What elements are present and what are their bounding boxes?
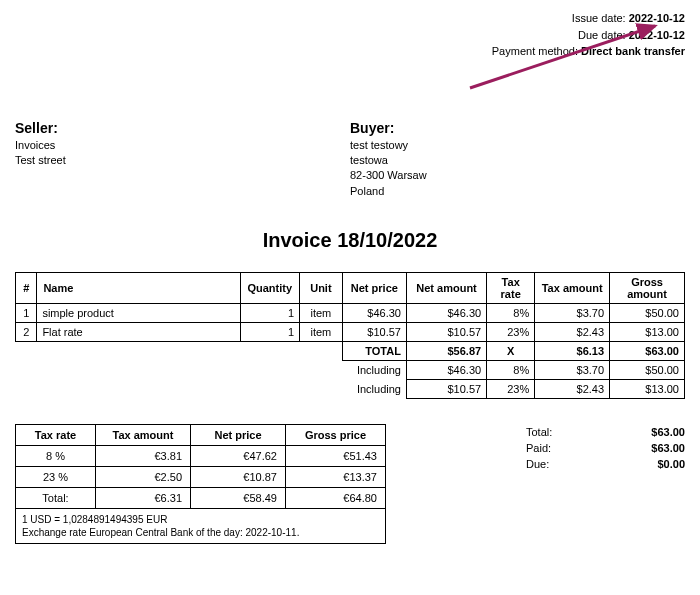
buyer-line: Poland bbox=[350, 184, 685, 199]
col-qty: Quantity bbox=[240, 273, 299, 304]
seller-line: Invoices bbox=[15, 138, 350, 153]
seller-title: Seller: bbox=[15, 120, 350, 136]
document-meta: Issue date: 2022-10-12 Due date: 2022-10… bbox=[15, 10, 685, 60]
col-gross-amount: Gross amount bbox=[610, 273, 685, 304]
buyer-title: Buyer: bbox=[350, 120, 685, 136]
tax-row-total: Total: €6.31 €58.49 €64.80 bbox=[16, 488, 386, 509]
tax-col-rate: Tax rate bbox=[16, 425, 96, 446]
summary-total-label: Total: bbox=[526, 426, 552, 438]
col-num: # bbox=[16, 273, 37, 304]
bottom-section: Tax rate Tax amount Net price Gross pric… bbox=[15, 424, 685, 544]
issue-date-label: Issue date: bbox=[572, 12, 626, 24]
col-tax-amount: Tax amount bbox=[535, 273, 610, 304]
tax-summary-block: Tax rate Tax amount Net price Gross pric… bbox=[15, 424, 386, 544]
summary-due-value: $0.00 bbox=[657, 458, 685, 470]
summary-due-label: Due: bbox=[526, 458, 549, 470]
tax-row: 8 % €3.81 €47.62 €51.43 bbox=[16, 446, 386, 467]
tax-col-gross: Gross price bbox=[286, 425, 386, 446]
buyer-line: test testowy bbox=[350, 138, 685, 153]
buyer-line: 82-300 Warsaw bbox=[350, 168, 685, 183]
due-date-label: Due date: bbox=[578, 29, 626, 41]
payment-summary: Total: $63.00 Paid: $63.00 Due: $0.00 bbox=[426, 424, 685, 544]
tax-row: 23 % €2.50 €10.87 €13.37 bbox=[16, 467, 386, 488]
due-date-value: 2022-10-12 bbox=[629, 29, 685, 41]
total-row: TOTAL $56.87 X $6.13 $63.00 bbox=[16, 342, 685, 361]
parties-section: Seller: Invoices Test street Buyer: test… bbox=[15, 120, 685, 200]
table-row: 1 simple product 1 item $46.30 $46.30 8%… bbox=[16, 304, 685, 323]
payment-method-label: Payment method: bbox=[492, 45, 578, 57]
seller-line: Test street bbox=[15, 153, 350, 168]
buyer-line: testowa bbox=[350, 153, 685, 168]
line-items-table: # Name Quantity Unit Net price Net amoun… bbox=[15, 272, 685, 399]
buyer-block: Buyer: test testowy testowa 82-300 Warsa… bbox=[350, 120, 685, 200]
payment-method-value: Direct bank transfer bbox=[581, 45, 685, 57]
including-row: Including $46.30 8% $3.70 $50.00 bbox=[16, 361, 685, 380]
col-name: Name bbox=[37, 273, 240, 304]
issue-date-value: 2022-10-12 bbox=[629, 12, 685, 24]
invoice-title: Invoice 18/10/2022 bbox=[15, 229, 685, 252]
col-net-price: Net price bbox=[342, 273, 406, 304]
tax-col-net: Net price bbox=[191, 425, 286, 446]
summary-paid-value: $63.00 bbox=[651, 442, 685, 454]
exchange-rate-note: 1 USD = 1,0284891494395 EUR Exchange rat… bbox=[15, 509, 386, 544]
table-row: 2 Flat rate 1 item $10.57 $10.57 23% $2.… bbox=[16, 323, 685, 342]
col-unit: Unit bbox=[300, 273, 343, 304]
summary-total-value: $63.00 bbox=[651, 426, 685, 438]
col-net-amount: Net amount bbox=[406, 273, 486, 304]
tax-summary-table: Tax rate Tax amount Net price Gross pric… bbox=[15, 424, 386, 509]
col-tax-rate: Tax rate bbox=[487, 273, 535, 304]
tax-col-amount: Tax amount bbox=[96, 425, 191, 446]
seller-block: Seller: Invoices Test street bbox=[15, 120, 350, 200]
summary-paid-label: Paid: bbox=[526, 442, 551, 454]
including-row: Including $10.57 23% $2.43 $13.00 bbox=[16, 380, 685, 399]
